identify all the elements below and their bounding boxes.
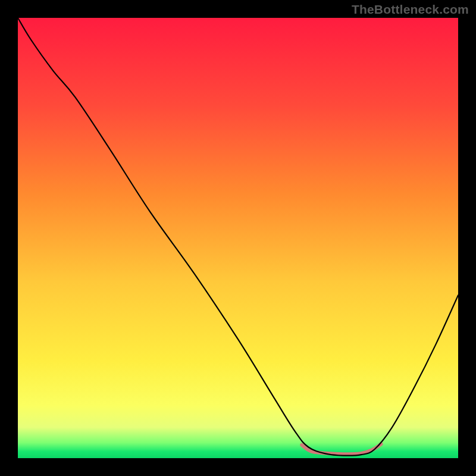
plot-background: [18, 18, 458, 458]
watermark-text: TheBottleneck.com: [352, 2, 469, 17]
chart-stage: TheBottleneck.com: [0, 0, 476, 476]
bottleneck-chart: [0, 0, 476, 476]
